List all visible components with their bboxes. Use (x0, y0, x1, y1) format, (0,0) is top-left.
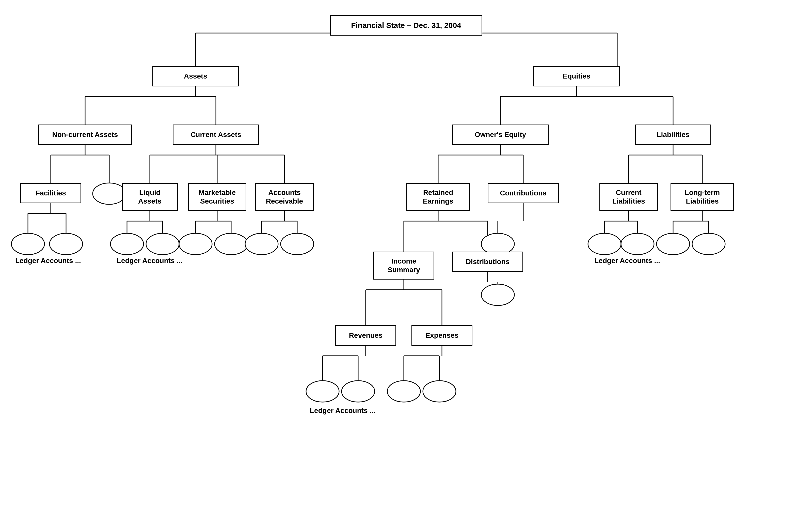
svg-point-92 (423, 381, 456, 402)
assets-node: Assets (152, 66, 239, 87)
svg-point-84 (588, 233, 621, 255)
liabilities-node: Liabilities (635, 124, 711, 145)
marketable-securities-node: MarketableSecurities (188, 183, 246, 211)
contributions-node: Contributions (488, 183, 559, 203)
non-current-assets-node: Non-current Assets (38, 124, 132, 145)
liquid-assets-node: LiquidAssets (122, 183, 178, 211)
svg-point-80 (214, 233, 248, 255)
retained-earnings-node: RetainedEarnings (407, 183, 470, 211)
owners-equity-node: Owner's Equity (452, 124, 549, 145)
current-liabilities-node: CurrentLiabilities (600, 183, 658, 211)
svg-point-79 (179, 233, 212, 255)
ledger-label-3: Ledger Accounts ... (594, 257, 660, 265)
svg-point-88 (481, 284, 514, 305)
svg-point-86 (657, 233, 690, 255)
current-assets-node: Current Assets (173, 124, 259, 145)
svg-point-89 (306, 381, 339, 402)
distributions-node: Distributions (452, 251, 523, 272)
svg-point-81 (245, 233, 278, 255)
ledger-label-2: Ledger Accounts ... (117, 257, 183, 265)
accounts-receivable-node: AccountsReceivable (255, 183, 314, 211)
revenues-node: Revenues (335, 325, 396, 346)
svg-point-78 (146, 233, 179, 255)
ledger-label-4: Ledger Accounts ... (310, 407, 376, 415)
svg-point-74 (93, 183, 126, 204)
long-term-liabilities-node: Long-termLiabilities (671, 183, 734, 211)
svg-point-85 (621, 233, 654, 255)
expenses-node: Expenses (412, 325, 473, 346)
ledger-label-1: Ledger Accounts ... (15, 257, 81, 265)
income-summary-node: IncomeSummary (373, 251, 434, 280)
root-node: Financial State – Dec. 31, 2004 (330, 15, 482, 36)
svg-point-87 (692, 233, 725, 255)
svg-point-90 (341, 381, 375, 402)
facilities-node: Facilities (20, 183, 81, 203)
svg-point-76 (50, 233, 82, 255)
svg-point-91 (387, 381, 420, 402)
svg-point-75 (11, 233, 45, 255)
tree-diagram: Financial State – Dec. 31, 2004 Assets E… (0, 0, 812, 507)
svg-point-82 (280, 233, 314, 255)
svg-point-77 (111, 233, 143, 255)
equities-node: Equities (534, 66, 620, 87)
